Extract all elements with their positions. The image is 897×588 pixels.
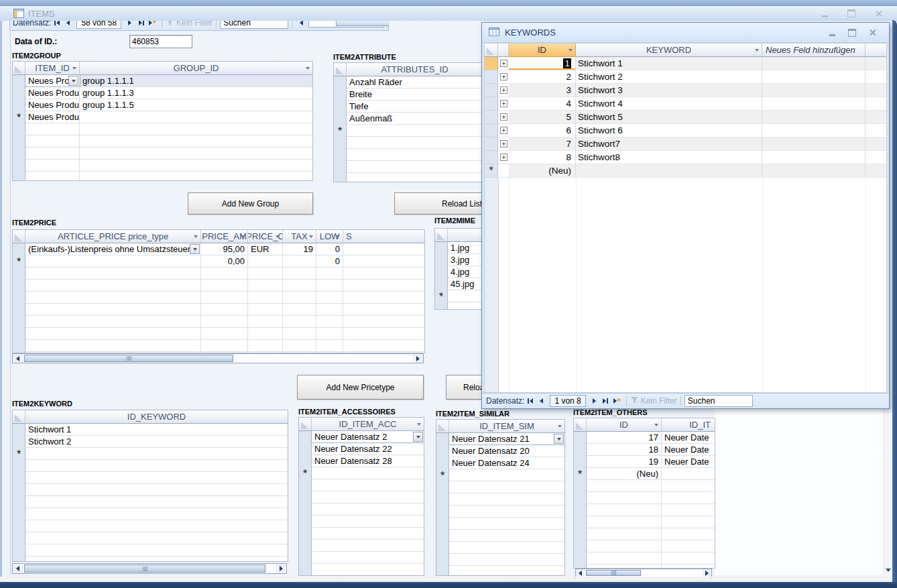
amount-cell[interactable]: 95,00 <box>201 243 248 255</box>
row-selector[interactable] <box>485 97 498 111</box>
keywords-titlebar[interactable]: KEYWORDS <box>482 23 889 43</box>
dropdown-arrow-icon[interactable] <box>417 423 421 426</box>
table-row[interactable]: Breite <box>347 89 483 101</box>
keyword-cell[interactable]: Stichwort 1 <box>25 424 288 435</box>
id-cell[interactable]: 19 <box>587 456 662 467</box>
table-row[interactable]: Neues Produl group 1.1.1.5 <box>25 99 312 111</box>
select-all-corner[interactable] <box>574 418 587 432</box>
next-record-button[interactable] <box>125 21 135 28</box>
dropdown-arrow-icon[interactable] <box>72 67 76 70</box>
dropdown-arrow-icon[interactable] <box>309 235 313 238</box>
keywords-row[interactable]: 5 Stichwort 5 <box>485 111 886 124</box>
column-header-id-keyword[interactable]: ID_KEYWORD <box>25 410 288 424</box>
expand-cell[interactable] <box>498 137 509 151</box>
keyword-cell[interactable]: Stichwort 2 <box>576 70 762 84</box>
record-selector-strip[interactable]: * <box>436 433 449 575</box>
s-cell[interactable] <box>343 255 424 267</box>
column-header-group-id[interactable]: GROUP_ID <box>80 62 312 75</box>
last-record-button[interactable] <box>136 21 146 28</box>
table-row[interactable]: Tiefe <box>347 101 483 113</box>
first-record-button[interactable] <box>525 396 535 406</box>
select-all-corner[interactable] <box>435 229 448 242</box>
table-row-new[interactable]: 0,00 0 <box>25 255 424 268</box>
table-row-new[interactable] <box>347 125 483 137</box>
add-field-column-header[interactable]: Neues Feld hinzufügen <box>762 44 865 57</box>
scroll-left-arrow-icon[interactable] <box>13 354 23 363</box>
acc-combo-cell[interactable]: Neuer Datensatz 2 <box>312 431 424 443</box>
record-selector-strip[interactable]: * <box>13 424 25 561</box>
table-row[interactable]: Außenmaß <box>347 113 483 125</box>
column-header-id[interactable]: ID <box>587 418 662 432</box>
acc-cell[interactable]: Neuer Datensatz 28 <box>312 455 424 467</box>
tax-cell[interactable]: 19 <box>283 243 316 255</box>
table-row-new[interactable] <box>448 290 485 302</box>
keyword-cell[interactable]: Stichwort 4 <box>576 97 762 111</box>
column-header-keyword[interactable]: KEYWORD <box>576 44 762 57</box>
combo-dropdown-button[interactable] <box>554 434 564 444</box>
keyword-cell[interactable]: Stichwort 1 <box>576 57 762 70</box>
table-row[interactable]: 17 Neuer Date <box>587 432 715 444</box>
attribute-cell[interactable]: Breite <box>347 89 483 100</box>
items-titlebar[interactable]: ITEMS <box>0 6 897 21</box>
next-record-button[interactable] <box>589 396 599 406</box>
id-cell[interactable]: 4 <box>509 97 576 111</box>
dropdown-arrow-icon[interactable] <box>276 235 280 238</box>
data-of-id-input[interactable]: 460853 <box>129 35 192 48</box>
keywords-row[interactable]: 2 Stichwort 2 <box>485 70 886 84</box>
dropdown-arrow-icon[interactable] <box>755 49 759 52</box>
item-id-cell[interactable]: Neues Produl <box>25 87 80 99</box>
scrollbar-thumb[interactable] <box>24 355 233 362</box>
item-id-combo-cell[interactable]: Neues Pro <box>25 75 80 86</box>
column-header-price-type[interactable]: ARTICLE_PRICE price_type <box>25 230 201 243</box>
amount-cell[interactable]: 0,00 <box>201 255 248 267</box>
acc-cell[interactable]: Neuer Datensatz 22 <box>312 443 424 455</box>
keyword-cell[interactable] <box>25 448 288 459</box>
id-item-cell[interactable]: Neuer Date <box>662 432 715 443</box>
table-row[interactable]: Neuer Datensatz 2 <box>312 431 424 443</box>
table-row[interactable]: Neues Produl group 1.1.1.3 <box>25 87 312 99</box>
dropdown-arrow-icon[interactable] <box>558 425 562 428</box>
new-field-cell[interactable] <box>762 164 865 178</box>
keywords-row-new[interactable]: * (Neu) <box>485 164 886 178</box>
id-item-cell[interactable] <box>662 468 715 479</box>
new-field-cell[interactable] <box>762 57 865 70</box>
table-row[interactable]: 45.jpg <box>448 278 485 290</box>
add-new-pricetype-button[interactable]: Add New Pricetype <box>297 375 424 400</box>
id-cell[interactable]: 3 <box>509 84 576 97</box>
item2keyword-hscrollbar[interactable] <box>12 563 287 574</box>
scrollbar-thumb[interactable] <box>586 570 641 576</box>
new-record-button[interactable]: * <box>147 21 158 28</box>
low-cell[interactable]: 0 <box>316 255 343 267</box>
sim-cell[interactable] <box>449 469 564 481</box>
column-header-price-c[interactable]: PRICE_C <box>248 230 283 243</box>
tax-cell[interactable] <box>283 255 316 267</box>
row-selector[interactable] <box>485 124 498 137</box>
expand-cell[interactable] <box>498 84 509 97</box>
row-selector[interactable] <box>485 70 498 84</box>
table-row[interactable]: 18 Neuer Date <box>587 444 715 456</box>
select-all-corner[interactable] <box>485 44 498 57</box>
record-position-box[interactable]: 58 von 58 <box>76 21 121 29</box>
minimize-icon[interactable] <box>815 8 834 19</box>
expand-cell[interactable] <box>498 124 509 137</box>
table-row-new[interactable] <box>449 469 564 481</box>
mime-cell[interactable]: 45.jpg <box>448 278 485 290</box>
scroll-left-arrow-icon[interactable] <box>576 569 585 577</box>
select-all-corner[interactable] <box>13 410 25 424</box>
keyword-cell[interactable] <box>576 164 762 178</box>
low-cell[interactable]: 0 <box>316 243 343 255</box>
new-field-cell[interactable] <box>762 70 865 84</box>
scroll-down-arrow-icon[interactable] <box>886 569 891 572</box>
s-cell[interactable] <box>343 243 424 255</box>
price-type-cell[interactable] <box>25 255 201 267</box>
close-icon[interactable] <box>869 8 888 19</box>
new-field-cell[interactable] <box>762 84 865 97</box>
combo-dropdown-button[interactable] <box>68 76 78 86</box>
record-selector-strip[interactable]: * <box>435 242 448 309</box>
id-cell[interactable]: (Neu) <box>509 164 576 178</box>
id-cell[interactable]: 18 <box>587 444 662 455</box>
keyword-cell[interactable]: Stichwort7 <box>576 137 762 151</box>
price-type-combo-cell[interactable]: (Einkaufs-)Listenpreis ohne Umsatzsteuer <box>25 243 201 255</box>
close-icon[interactable] <box>862 27 882 38</box>
record-selector-strip[interactable]: * <box>299 431 312 575</box>
